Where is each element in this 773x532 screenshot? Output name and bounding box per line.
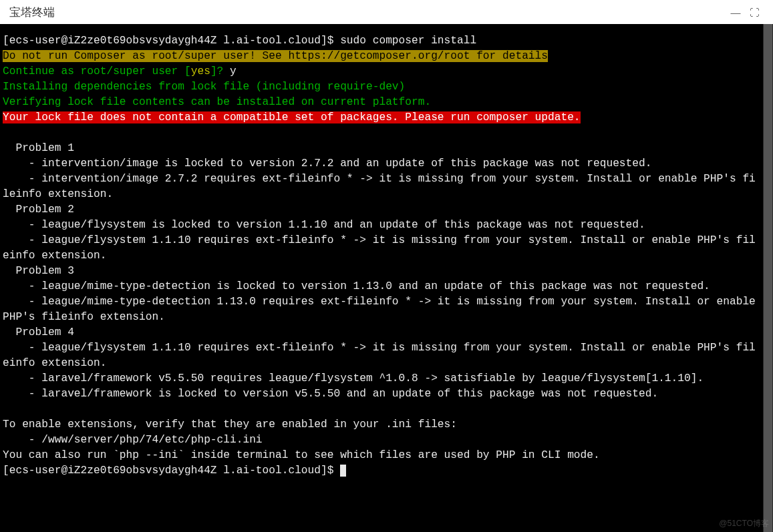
expand-button[interactable]: ⛶ [745,7,764,18]
problem-1-line: - intervention/image 2.7.2 requires ext-… [3,173,756,200]
terminal-output[interactable]: [ecs-user@iZ2ze0t69obsvsydaygh44Z l.ai-t… [3,33,773,479]
problem-3-header: Problem 3 [3,265,74,277]
problem-4-line: - league/flysystem 1.1.10 requires ext-f… [3,342,756,369]
problem-1-header: Problem 1 [3,142,74,154]
shell-prompt: [ecs-user@iZ2ze0t69obsvsydaygh44Z l.ai-t… [3,465,340,477]
problem-2-line: - league/flysystem is locked to version … [3,219,645,231]
window-title: 宝塔终端 [9,5,55,20]
enable-ext-line: To enable extensions, verify that they a… [3,419,457,431]
install-deps-line: Installing dependencies from lock file (… [3,81,405,93]
problem-3-line: - league/mime-type-detection 1.13.0 requ… [3,296,762,323]
ini-path-line: - /www/server/php/74/etc/php-cli.ini [3,434,263,446]
problem-4-line: - laravel/framework v5.5.50 requires lea… [3,372,704,384]
continue-prompt-end: ]? [210,65,230,77]
root-warning-line: Do not run Composer as root/super user! … [3,50,548,62]
problem-3-line: - league/mime-type-detection is locked t… [3,280,710,292]
also-run-line: You can also run `php --ini` inside term… [3,449,600,461]
watermark-text: @51CTO博客 [719,518,769,529]
continue-answer: y [230,65,237,77]
problem-4-line: - laravel/framework is locked to version… [3,388,658,400]
window-titlebar: 宝塔终端 — ⛶ [0,0,773,24]
blank-line [3,127,9,139]
continue-default: yes [191,65,210,77]
continue-prompt: Continue as root/super user [ [3,65,191,77]
terminal-area[interactable]: [ecs-user@iZ2ze0t69obsvsydaygh44Z l.ai-t… [0,24,773,532]
lock-error-line: Your lock file does not contain a compat… [3,111,581,123]
problem-4-header: Problem 4 [3,326,74,338]
scrollbar-thumb[interactable] [764,24,772,532]
problem-2-header: Problem 2 [3,204,74,216]
shell-prompt: [ecs-user@iZ2ze0t69obsvsydaygh44Z l.ai-t… [3,35,340,47]
terminal-cursor [340,465,346,477]
scrollbar-track[interactable] [763,24,773,532]
minimize-button[interactable]: — [726,7,745,18]
verify-line: Verifying lock file contents can be inst… [3,96,431,108]
problem-2-line: - league/flysystem 1.1.10 requires ext-f… [3,234,756,262]
command-text: sudo composer install [340,35,476,47]
problem-1-line: - intervention/image is locked to versio… [3,158,651,170]
blank-line [3,403,9,415]
